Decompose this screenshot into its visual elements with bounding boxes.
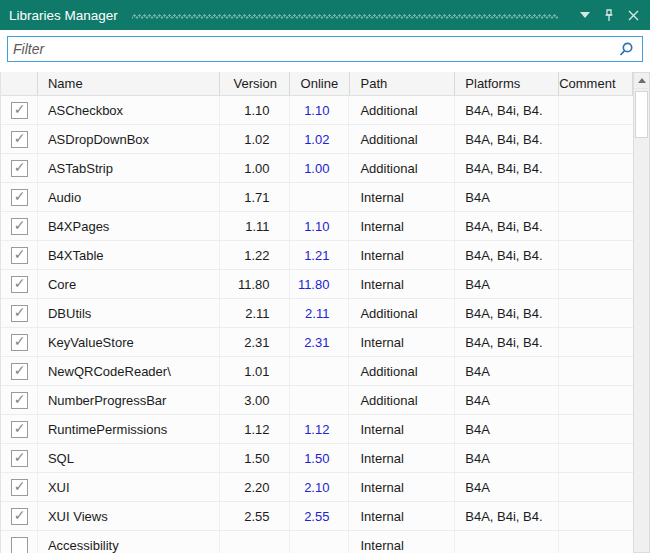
table-row[interactable]: ✓ Core 11.80 11.80 Internal B4A (1, 270, 633, 299)
cell-path: Additional (349, 357, 455, 385)
row-checkbox[interactable]: ✓ (11, 334, 28, 351)
table-row[interactable]: ✓ SQL 1.50 1.50 Internal B4A (1, 444, 633, 473)
cell-online-link[interactable]: 1.21 (290, 241, 350, 269)
cell-online-link[interactable]: 11.80 (290, 270, 350, 298)
table-row[interactable]: ✓ Audio 1.71 Internal B4A (1, 183, 633, 212)
pin-icon[interactable] (600, 6, 618, 24)
search-icon[interactable] (618, 41, 635, 62)
libraries-table: Name Version Online Path Platforms Comme… (0, 72, 633, 553)
cell-path: Additional (349, 154, 455, 182)
header-checkbox-col[interactable] (1, 72, 38, 95)
row-checkbox[interactable]: ✓ (11, 276, 28, 293)
titlebar[interactable]: Libraries Manager (0, 0, 650, 30)
table-row[interactable]: ✓ KeyValueStore 2.31 2.31 Internal B4A, … (1, 328, 633, 357)
row-checkbox[interactable]: ✓ (11, 189, 28, 206)
cell-platforms: B4A, B4i, B4. (455, 125, 559, 153)
cell-version: 1.12 (220, 415, 290, 443)
cell-name: Audio (38, 183, 220, 211)
panel-title: Libraries Manager (9, 8, 118, 23)
cell-version: 1.11 (220, 212, 290, 240)
cell-comment (559, 502, 633, 530)
row-checkbox[interactable]: ✓ (11, 392, 28, 409)
cell-online-link[interactable] (290, 357, 350, 385)
cell-comment (559, 328, 633, 356)
row-checkbox[interactable]: ✓ (11, 218, 28, 235)
table-row[interactable]: ✓ ASDropDownBox 1.02 1.02 Additional B4A… (1, 125, 633, 154)
cell-platforms: B4A (455, 415, 559, 443)
cell-name: XUI Views (38, 502, 220, 530)
drag-grip[interactable] (132, 12, 558, 21)
table-row[interactable]: ✓ XUI Views 2.55 2.55 Internal B4A, B4i,… (1, 502, 633, 531)
row-checkbox[interactable]: ✓ (11, 421, 28, 438)
table-row[interactable]: ✓ XUI 2.20 2.10 Internal B4A (1, 473, 633, 502)
cell-online-link[interactable]: 1.50 (290, 444, 350, 472)
row-checkbox[interactable]: ✓ (11, 363, 28, 380)
header-comment[interactable]: Comment (559, 72, 633, 95)
cell-online-link[interactable]: 1.00 (290, 154, 350, 182)
cell-platforms: B4A, B4i, B4. (455, 299, 559, 327)
cell-comment (559, 154, 633, 182)
scrollbar-thumb[interactable] (635, 91, 648, 138)
cell-version: 1.71 (220, 183, 290, 211)
cell-version: 1.02 (220, 125, 290, 153)
cell-version: 2.55 (220, 502, 290, 530)
cell-name: B4XPages (38, 212, 220, 240)
scroll-up-icon[interactable] (634, 73, 649, 89)
table-row[interactable]: ✓ ASCheckbox 1.10 1.10 Additional B4A, B… (1, 96, 633, 125)
table-row[interactable]: ✓ B4XPages 1.11 1.10 Internal B4A, B4i, … (1, 212, 633, 241)
table-row[interactable]: ✓ RuntimePermissions 1.12 1.12 Internal … (1, 415, 633, 444)
table-header: Name Version Online Path Platforms Comme… (1, 72, 633, 96)
cell-name: ASTabStrip (38, 154, 220, 182)
cell-online-link[interactable]: 1.02 (290, 125, 350, 153)
cell-online-link[interactable]: 1.10 (290, 212, 350, 240)
cell-comment (559, 386, 633, 414)
row-checkbox[interactable]: ✓ (11, 160, 28, 177)
vertical-scrollbar[interactable] (633, 72, 650, 553)
table-row[interactable]: ✓ DBUtils 2.11 2.11 Additional B4A, B4i,… (1, 299, 633, 328)
cell-online-link[interactable]: 2.55 (290, 502, 350, 530)
cell-online-link[interactable]: 1.10 (290, 96, 350, 124)
row-checkbox[interactable]: ✓ (11, 450, 28, 467)
table-row[interactable]: Accessibility Internal (1, 531, 633, 553)
filter-input[interactable] (8, 37, 642, 61)
header-version[interactable]: Version (220, 72, 290, 95)
cell-platforms: B4A, B4i, B4. (455, 96, 559, 124)
cell-path: Internal (349, 212, 455, 240)
cell-online-link[interactable] (290, 386, 350, 414)
header-name[interactable]: Name (38, 72, 220, 95)
row-checkbox[interactable]: ✓ (11, 508, 28, 525)
cell-online-link[interactable] (290, 183, 350, 211)
row-checkbox[interactable]: ✓ (11, 479, 28, 496)
close-icon[interactable] (624, 6, 642, 24)
cell-name: RuntimePermissions (38, 415, 220, 443)
cell-online-link[interactable]: 1.12 (290, 415, 350, 443)
cell-name: Accessibility (38, 531, 220, 553)
row-checkbox[interactable]: ✓ (11, 131, 28, 148)
cell-online-link[interactable] (290, 531, 350, 553)
cell-platforms: B4A (455, 357, 559, 385)
row-checkbox[interactable]: ✓ (11, 247, 28, 264)
row-checkbox[interactable]: ✓ (11, 305, 28, 322)
header-path[interactable]: Path (350, 72, 456, 95)
cell-version (220, 531, 290, 553)
cell-online-link[interactable]: 2.11 (290, 299, 350, 327)
header-platforms[interactable]: Platforms (455, 72, 559, 95)
cell-platforms: B4A (455, 473, 559, 501)
cell-platforms: B4A (455, 386, 559, 414)
cell-online-link[interactable]: 2.31 (290, 328, 350, 356)
table-row[interactable]: ✓ ASTabStrip 1.00 1.00 Additional B4A, B… (1, 154, 633, 183)
row-checkbox[interactable]: ✓ (11, 102, 28, 119)
table-row[interactable]: ✓ NumberProgressBar 3.00 Additional B4A (1, 386, 633, 415)
table-row[interactable]: ✓ B4XTable 1.22 1.21 Internal B4A, B4i, … (1, 241, 633, 270)
row-checkbox[interactable] (11, 537, 28, 553)
table-row[interactable]: ✓ NewQRCodeReader\ 1.01 Additional B4A (1, 357, 633, 386)
cell-online-link[interactable]: 2.10 (290, 473, 350, 501)
cell-comment (559, 299, 633, 327)
header-online[interactable]: Online (290, 72, 350, 95)
cell-comment (559, 183, 633, 211)
cell-comment (559, 473, 633, 501)
chevron-down-icon[interactable] (576, 6, 594, 24)
cell-path: Additional (349, 299, 455, 327)
cell-comment (559, 212, 633, 240)
cell-name: DBUtils (38, 299, 220, 327)
